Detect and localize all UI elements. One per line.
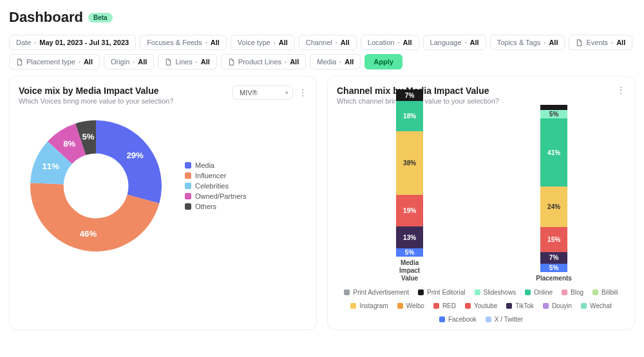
filter-label: Topics & Tags — [497, 39, 541, 46]
page-title: Dashboard — [9, 9, 83, 26]
filter-chip[interactable]: Language · All — [423, 35, 486, 50]
filter-label: Origin — [111, 58, 129, 66]
legend-label: Print Advertisement — [353, 289, 409, 296]
donut-slice-label: 46% — [80, 229, 97, 239]
filter-label: Channel — [306, 39, 332, 46]
legend-label: Blog — [571, 289, 583, 296]
legend-swatch — [185, 183, 191, 189]
donut-slice-label: 8% — [63, 139, 75, 149]
legend-item: Blog — [562, 289, 583, 296]
bar-segment: 13% — [396, 226, 423, 248]
document-icon — [576, 39, 583, 46]
voice-mix-card: Voice mix by Media Impact Value Which Vo… — [9, 76, 317, 330]
legend-label: Slideshows — [484, 289, 516, 296]
donut-slice-label: 11% — [43, 161, 60, 171]
donut-slice — [96, 120, 162, 203]
stacked-bar: 5%13%19%38%18%7% — [396, 89, 423, 257]
filter-bar: Date · May 01, 2023 - Jul 31, 2023Focuse… — [9, 35, 635, 69]
legend-swatch — [433, 303, 439, 309]
legend-item: Instagram — [350, 302, 388, 309]
legend-label: Others — [195, 203, 216, 210]
card-menu-icon[interactable]: ⋮ — [298, 88, 307, 97]
document-icon — [165, 59, 172, 66]
channel-bar-chart: 5%13%19%38%18%7%Media Impact Value5%7%15… — [337, 109, 625, 282]
bar-segment: 24% — [540, 187, 567, 226]
legend-swatch — [185, 172, 191, 179]
legend-item: Youtube — [465, 302, 497, 309]
bar-column: 5%7%15%24%41%5%Placements — [536, 105, 572, 282]
legend-item: Media — [185, 161, 246, 169]
legend-label: RED — [442, 302, 456, 309]
bar-segment: 5% — [540, 110, 567, 118]
legend-swatch — [397, 303, 403, 309]
legend-swatch — [562, 289, 567, 295]
legend-item: Print Advertisement — [344, 289, 409, 296]
filter-value: All — [138, 58, 147, 66]
filter-chip[interactable]: Focuses & Feeds · All — [140, 35, 227, 50]
filter-label: Voice type — [238, 39, 270, 46]
legend-swatch — [439, 316, 445, 322]
document-icon — [228, 59, 235, 66]
card-menu-icon[interactable]: ⋮ — [616, 86, 625, 95]
legend-swatch — [475, 289, 480, 295]
bar-label: Placements — [536, 275, 572, 282]
filter-chip[interactable]: Media · All — [310, 54, 361, 69]
filter-value: All — [470, 39, 479, 46]
filter-chip[interactable]: Topics & Tags · All — [490, 35, 565, 50]
bar-segment: 41% — [540, 118, 567, 187]
filter-label: Events — [586, 39, 608, 46]
legend-swatch — [592, 289, 598, 295]
channel-mix-card: Channel mix by Media Impact Value Which … — [327, 76, 635, 330]
voice-card-title: Voice mix by Media Impact Value — [19, 86, 173, 96]
bar-column: 5%13%19%38%18%7%Media Impact Value — [390, 89, 429, 282]
filter-value: All — [201, 58, 210, 66]
bar-segment: 5% — [396, 248, 423, 257]
legend-label: Online — [534, 289, 553, 296]
filter-label: Location — [368, 39, 395, 46]
filter-chip[interactable]: Date · May 01, 2023 - Jul 31, 2023 — [9, 35, 136, 50]
filter-label: Focuses & Feeds — [147, 39, 202, 46]
filter-chip[interactable]: Events · All — [569, 35, 632, 50]
bar-segment: 7% — [396, 89, 423, 101]
bar-segment: 19% — [396, 195, 423, 226]
stacked-bar: 5%7%15%24%41%5% — [540, 105, 567, 272]
filter-chip[interactable]: Channel · All — [299, 35, 357, 50]
legend-swatch — [525, 289, 531, 295]
voice-legend: MediaInfluencerCelebritiesOwned/Partners… — [185, 159, 246, 213]
miv-select[interactable]: MIV® ▾ — [232, 86, 293, 100]
legend-label: Instagram — [359, 302, 388, 309]
filter-label: Media — [317, 58, 336, 66]
bar-segment: 5% — [540, 264, 567, 272]
bar-segment: 38% — [396, 131, 423, 195]
legend-label: Owned/Partners — [195, 192, 246, 200]
legend-label: Weibo — [406, 302, 424, 309]
filter-label: Language — [430, 39, 462, 46]
legend-item: Slideshows — [475, 289, 516, 296]
apply-button[interactable]: Apply — [365, 54, 402, 69]
legend-label: Youtube — [474, 302, 497, 309]
legend-item: X / Twitter — [486, 316, 523, 323]
filter-label: Lines — [175, 58, 192, 66]
legend-label: Douyin — [552, 302, 572, 309]
bar-segment — [540, 105, 567, 110]
filter-value: All — [341, 39, 350, 46]
legend-item: Others — [185, 203, 246, 210]
bar-segment: 15% — [540, 227, 567, 252]
voice-card-subtitle: Which Voices bring more value to your se… — [19, 97, 173, 105]
legend-item: Print Editorial — [418, 289, 465, 296]
filter-chip[interactable]: Lines · All — [158, 54, 216, 69]
filter-chip[interactable]: Location · All — [361, 35, 419, 50]
filter-chip[interactable]: Product Lines · All — [221, 54, 306, 69]
beta-badge: Beta — [88, 13, 113, 23]
filter-label: Date — [16, 39, 31, 46]
legend-swatch — [543, 303, 549, 309]
filter-chip[interactable]: Placement type · All — [9, 54, 100, 69]
document-icon — [16, 59, 23, 66]
filter-value: All — [403, 39, 412, 46]
legend-item: Influencer — [185, 172, 246, 179]
legend-swatch — [418, 289, 424, 295]
donut-slice-label: 29% — [126, 151, 144, 160]
filter-chip[interactable]: Voice type · All — [231, 35, 295, 50]
legend-label: Bilibili — [601, 289, 618, 296]
filter-chip[interactable]: Origin · All — [104, 54, 154, 69]
